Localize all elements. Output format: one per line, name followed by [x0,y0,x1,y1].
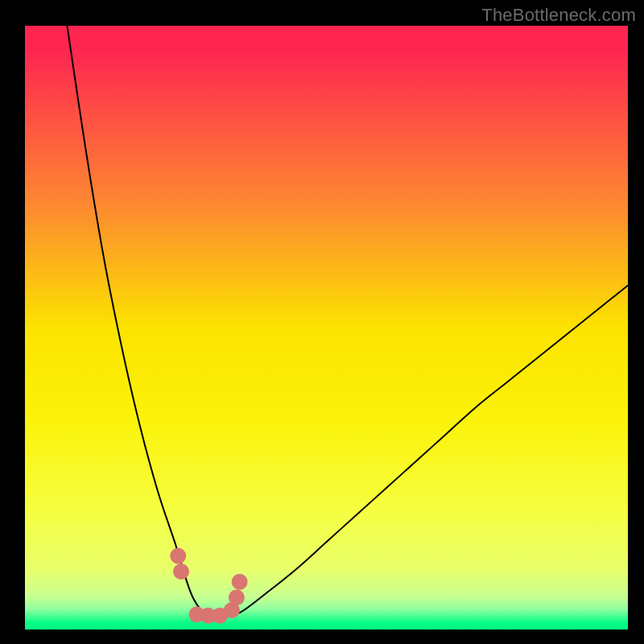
plot-background [25,26,628,630]
curve-marker [170,548,186,564]
curve-marker [173,564,189,580]
chart-svg [0,0,644,644]
curve-marker [232,574,248,590]
curve-marker [229,589,245,605]
watermark-text: TheBottleneck.com [481,5,636,26]
chart-container: TheBottleneck.com [0,0,644,644]
